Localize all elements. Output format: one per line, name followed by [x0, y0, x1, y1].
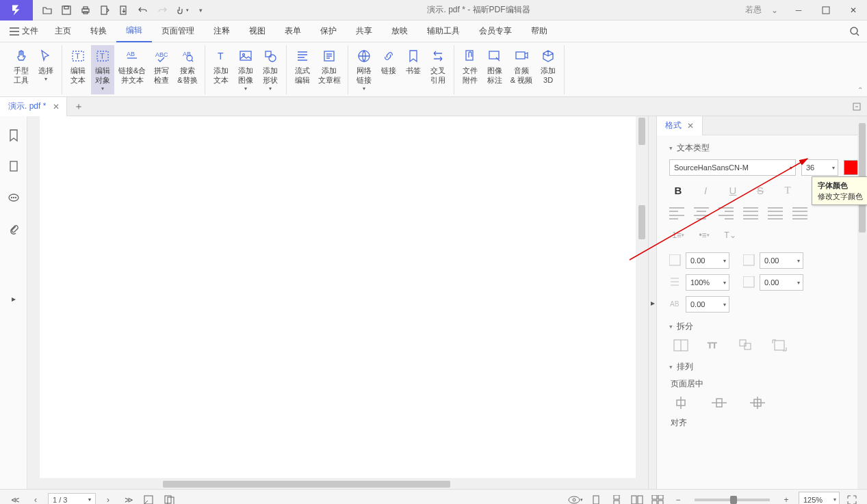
view-facing-icon[interactable]	[629, 492, 645, 505]
zoom-slider[interactable]	[695, 499, 770, 501]
ribbon-collapse-icon[interactable]: ⌃	[857, 86, 863, 94]
align-center-button[interactable]	[694, 207, 709, 220]
sb-icon2[interactable]	[161, 492, 178, 505]
ribbon-文件附件[interactable]: 文件 附件	[458, 45, 482, 88]
ribbon-添加文本[interactable]: T添加 文本	[209, 45, 233, 88]
ribbon-链接[interactable]: 链接	[377, 45, 400, 78]
section-text-type[interactable]: 文本类型	[669, 142, 859, 154]
align-left-button[interactable]	[669, 207, 684, 220]
zoom-combo[interactable]: 125%▾	[799, 492, 840, 505]
menu-注释[interactable]: 注释	[204, 21, 240, 42]
left-expand-icon[interactable]: ▸	[12, 294, 16, 304]
underline-button[interactable]: U	[725, 183, 740, 198]
menu-主页[interactable]: 主页	[45, 21, 81, 42]
font-combo[interactable]: SourceHanSansCN-M▾	[669, 159, 796, 176]
pages-icon[interactable]	[5, 159, 22, 175]
size-combo[interactable]: 36▾	[801, 159, 838, 176]
italic-button[interactable]: I	[698, 183, 713, 198]
indent-right-button[interactable]	[792, 207, 807, 220]
format-tab-close-icon[interactable]: ✕	[687, 121, 694, 131]
number-list-button[interactable]: 1≡▾	[669, 228, 687, 243]
search-icon[interactable]	[845, 26, 864, 37]
ribbon-书签[interactable]: 书签	[402, 45, 425, 78]
menu-页面管理[interactable]: 页面管理	[152, 21, 204, 42]
ribbon-搜索&替换[interactable]: AB搜索 &替换	[174, 45, 200, 88]
vscroll-thumb-top[interactable]	[638, 118, 645, 145]
tab-options-icon[interactable]	[846, 102, 867, 111]
section-arrange[interactable]: 排列	[669, 361, 859, 373]
spacing1-combo[interactable]: 0.00▾	[686, 252, 729, 269]
print-icon[interactable]	[77, 1, 94, 19]
section-split[interactable]: 拆分	[669, 321, 859, 332]
ribbon-添加文章框[interactable]: 添加 文章框	[315, 45, 344, 88]
user-chevron-icon[interactable]: ⌄	[764, 5, 785, 15]
menu-编辑[interactable]: 编辑	[116, 21, 152, 42]
qat-dropdown-icon[interactable]: ▾	[192, 1, 209, 19]
ribbon-添加形状[interactable]: 添加 形状▾	[259, 45, 282, 94]
format-tab[interactable]: 格式 ✕	[657, 116, 703, 135]
comment-icon[interactable]	[5, 190, 22, 207]
ribbon-编辑文本[interactable]: T编辑 文本	[66, 45, 90, 88]
touch-icon[interactable]: ▾	[172, 1, 190, 19]
attachment-icon[interactable]	[5, 222, 22, 238]
strike-button[interactable]: S	[753, 183, 768, 198]
vertical-scrollbar[interactable]	[637, 116, 647, 478]
view-single-icon[interactable]	[588, 492, 604, 505]
center-both-button[interactable]	[749, 395, 766, 410]
ribbon-手型工具[interactable]: 手型 工具	[10, 45, 33, 88]
menu-表单[interactable]: 表单	[275, 21, 311, 42]
canvas[interactable]: 免费·快速·安全	[27, 116, 648, 489]
page-number-field[interactable]: 1 / 3▾	[48, 493, 96, 505]
zoom-in-button[interactable]: +	[778, 492, 794, 505]
menu-保护[interactable]: 保护	[311, 21, 346, 42]
minimize-button[interactable]: ─	[785, 0, 812, 21]
spacing2-combo[interactable]: 0.00▾	[760, 252, 803, 269]
hscroll-thumb[interactable]	[163, 481, 450, 488]
horizontal-scrollbar[interactable]	[40, 479, 636, 489]
view-continuous-icon[interactable]	[608, 492, 625, 505]
ribbon-添加3D[interactable]: 添加 3D	[536, 45, 560, 88]
font-color-swatch[interactable]	[844, 160, 859, 175]
center-v-button[interactable]	[710, 395, 728, 410]
spacing4-combo[interactable]: 0.00▾	[760, 274, 803, 291]
save-icon[interactable]	[57, 1, 75, 19]
indent-left-button[interactable]	[768, 207, 783, 220]
add-tab-button[interactable]: ＋	[67, 101, 90, 113]
bookmark-icon[interactable]	[5, 127, 22, 144]
bullet-list-button[interactable]: •≡▾	[695, 228, 713, 243]
ribbon-添加图像[interactable]: 添加 图像▾	[234, 45, 257, 94]
ribbon-图像标注[interactable]: 图像 标注	[483, 45, 506, 88]
split3-button[interactable]	[738, 338, 755, 353]
last-page-button[interactable]: ≫	[120, 492, 137, 505]
first-page-button[interactable]: ≪	[7, 492, 23, 505]
panel-scrollbar[interactable]	[857, 116, 867, 489]
split1-button[interactable]	[672, 338, 690, 353]
zoom-out-button[interactable]: −	[670, 492, 686, 505]
menu-file[interactable]: 文件	[3, 25, 45, 37]
undo-icon[interactable]	[134, 1, 152, 19]
superscript-button[interactable]: T	[780, 183, 795, 198]
fullscreen-button[interactable]	[844, 492, 860, 505]
menu-放映[interactable]: 放映	[382, 21, 417, 42]
export-icon[interactable]	[96, 1, 114, 19]
ribbon-选择[interactable]: 选择▾	[34, 45, 57, 85]
user-label[interactable]: 若愚	[742, 4, 764, 16]
align-right-button[interactable]	[719, 207, 734, 220]
clear-format-button[interactable]: T⌄	[721, 228, 739, 243]
ribbon-编辑对象[interactable]: T编辑 对象▾	[91, 45, 114, 94]
split4-button[interactable]	[771, 338, 788, 353]
ribbon-拼写检查[interactable]: ABC拼写 检查	[150, 45, 173, 88]
menu-帮助[interactable]: 帮助	[521, 21, 557, 42]
prev-page-button[interactable]: ‹	[27, 492, 44, 505]
next-page-button[interactable]: ›	[100, 492, 116, 505]
menu-转换[interactable]: 转换	[81, 21, 116, 42]
zoom-thumb[interactable]	[730, 496, 737, 504]
redo-icon[interactable]	[153, 1, 171, 19]
lineheight-combo[interactable]: 100%▾	[686, 274, 729, 291]
ribbon-链接&合并文本[interactable]: AB链接&合 并文本	[116, 45, 148, 88]
ribbon-网络链接[interactable]: 网络 链接▾	[352, 45, 376, 94]
center-h-button[interactable]	[672, 395, 690, 410]
tab-close-icon[interactable]: ✕	[53, 102, 60, 111]
menu-共享[interactable]: 共享	[346, 21, 382, 42]
vscroll-thumb[interactable]	[638, 205, 645, 239]
